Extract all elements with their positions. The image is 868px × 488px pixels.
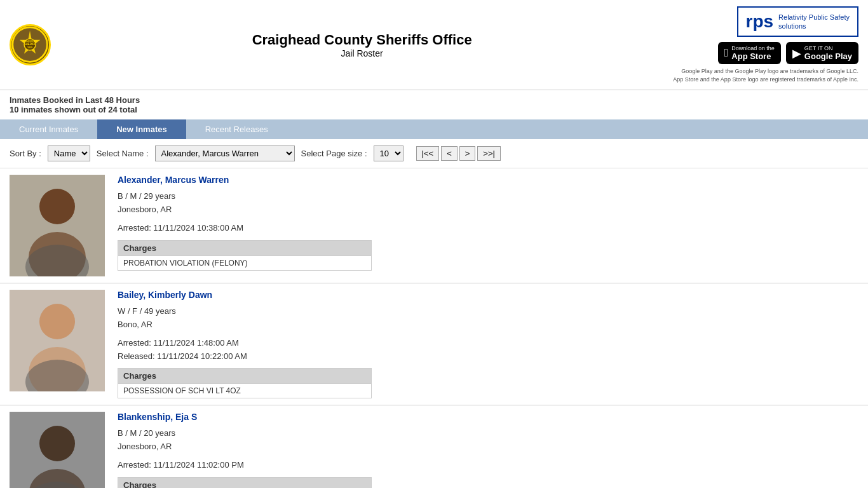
- inmate-arrested: Arrested: 11/11/2024 1:48:00 AM Released…: [118, 337, 858, 363]
- header-left: CRAIGHEAD SHERIFF 1859: [10, 24, 51, 65]
- charges-header: Charges: [118, 241, 371, 256]
- name-select[interactable]: Alexander, Marcus Warren Bailey, Kimberl…: [155, 146, 295, 161]
- page-subtitle: Jail Roster: [51, 48, 673, 58]
- inmate-info: Blankenship, Eja SB / M / 20 years Jones…: [118, 412, 858, 488]
- app-buttons-container:  Download on the App Store ▶ GET IT ON …: [718, 42, 858, 64]
- pagination-last[interactable]: >>|: [477, 146, 501, 161]
- inmate-name[interactable]: Blankenship, Eja S: [118, 412, 858, 422]
- google-play-button[interactable]: ▶ GET IT ON Google Play: [786, 42, 858, 64]
- charges-header: Charges: [118, 369, 371, 384]
- rps-logo: rps Relativity Public Safety solutions: [737, 6, 858, 37]
- tab-recent-releases[interactable]: Recent Releases: [186, 119, 287, 139]
- charge-row: POSSESSION OF SCH VI LT 4OZ: [118, 384, 371, 398]
- charges-header: Charges: [118, 478, 371, 488]
- charges-table: ChargesPAROLE VIOLATIONCONTRIBUTING TO T…: [118, 477, 372, 488]
- header-center: Craighead County Sheriffs Office Jail Ro…: [51, 32, 673, 58]
- charge-row: PROBATION VIOLATION (FELONY): [118, 256, 371, 270]
- page-title: Craighead County Sheriffs Office: [51, 32, 673, 48]
- pagination-next[interactable]: >: [459, 146, 476, 161]
- inmate-name[interactable]: Bailey, Kimberly Dawn: [118, 290, 858, 300]
- inmates-booked-line1: Inmates Booked in Last 48 Hours: [10, 95, 858, 105]
- svg-point-15: [39, 426, 75, 461]
- tab-current-inmates[interactable]: Current Inmates: [0, 119, 97, 139]
- svg-text:1859: 1859: [27, 46, 32, 49]
- name-label: Select Name :: [97, 149, 149, 158]
- inmate-photo: [10, 412, 105, 488]
- sheriff-badge: CRAIGHEAD SHERIFF 1859: [10, 24, 51, 65]
- sort-select[interactable]: Name Date Age: [48, 146, 90, 161]
- rps-subtitle: Relativity Public Safety solutions: [778, 13, 850, 31]
- inmate-photo: [10, 290, 105, 391]
- sort-label: Sort By :: [10, 149, 41, 158]
- header-right: rps Relativity Public Safety solutions …: [673, 6, 858, 83]
- rps-text: rps: [746, 11, 774, 32]
- info-bar: Inmates Booked in Last 48 Hours 10 inmat…: [0, 90, 868, 119]
- pagesize-select[interactable]: 5 10 25 50: [374, 146, 403, 161]
- inmate-details: B / M / 29 years Jonesboro, AR: [118, 190, 858, 217]
- svg-text:SHERIFF: SHERIFF: [24, 43, 36, 46]
- inmate-name[interactable]: Alexander, Marcus Warren: [118, 175, 858, 185]
- inmate-arrested: Arrested: 11/11/2024 11:02:00 PM: [118, 459, 858, 472]
- tab-new-inmates[interactable]: New Inmates: [97, 119, 186, 139]
- apple-icon: : [724, 46, 729, 60]
- inmate-info: Alexander, Marcus WarrenB / M / 29 years…: [118, 175, 858, 270]
- app-disclaimer: Google Play and the Google Play logo are…: [673, 67, 858, 83]
- inmate-details: B / M / 20 years Jonesboro, AR: [118, 427, 858, 454]
- controls-bar: Sort By : Name Date Age Select Name : Al…: [0, 139, 868, 168]
- svg-point-7: [39, 189, 75, 224]
- google-play-label: GET IT ON Google Play: [804, 45, 852, 61]
- app-store-label: Download on the App Store: [731, 45, 775, 61]
- inmate-row: Bailey, Kimberly DawnW / F / 49 years Bo…: [0, 283, 868, 405]
- inmate-arrested: Arrested: 11/11/2024 10:38:00 AM: [118, 222, 858, 235]
- pagination-first[interactable]: |<<: [416, 146, 440, 161]
- inmate-details: W / F / 49 years Bono, AR: [118, 305, 858, 332]
- inmate-list: Alexander, Marcus WarrenB / M / 29 years…: [0, 168, 868, 488]
- charges-table: ChargesPOSSESSION OF SCH VI LT 4OZ: [118, 368, 372, 398]
- svg-point-11: [39, 304, 75, 339]
- pagination-prev[interactable]: <: [441, 146, 458, 161]
- google-play-icon: ▶: [792, 46, 801, 60]
- inmate-info: Bailey, Kimberly DawnW / F / 49 years Bo…: [118, 290, 858, 398]
- app-store-button[interactable]:  Download on the App Store: [718, 42, 781, 64]
- inmates-booked-line2: 10 inmates shown out of 24 total: [10, 105, 858, 114]
- inmate-row: Blankenship, Eja SB / M / 20 years Jones…: [0, 405, 868, 488]
- pagesize-label: Select Page size :: [301, 149, 367, 158]
- nav-tabs: Current Inmates New Inmates Recent Relea…: [0, 119, 868, 139]
- charges-table: ChargesPROBATION VIOLATION (FELONY): [118, 240, 372, 271]
- pagination: |<< < > >>|: [416, 146, 501, 161]
- page-header: CRAIGHEAD SHERIFF 1859 Craighead County …: [0, 0, 868, 90]
- inmate-photo: [10, 175, 105, 276]
- inmate-row: Alexander, Marcus WarrenB / M / 29 years…: [0, 168, 868, 283]
